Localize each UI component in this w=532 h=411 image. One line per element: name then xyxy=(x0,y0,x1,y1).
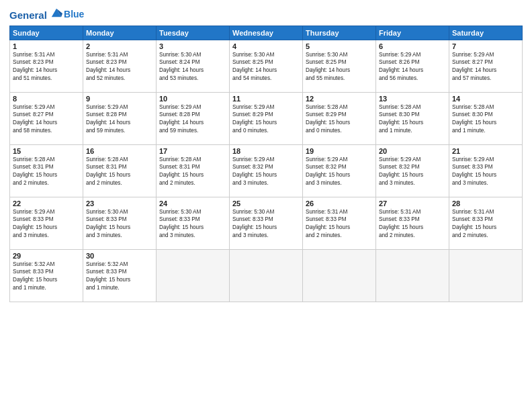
day-number: 26 xyxy=(306,199,373,208)
day-info: Sunrise: 5:31 AM Sunset: 8:33 PM Dayligh… xyxy=(379,208,446,240)
day-info: Sunrise: 5:30 AM Sunset: 8:33 PM Dayligh… xyxy=(159,208,226,240)
calendar-cell xyxy=(230,249,303,302)
logo-icon xyxy=(50,7,62,19)
day-number: 1 xyxy=(13,42,80,50)
day-info: Sunrise: 5:30 AM Sunset: 8:25 PM Dayligh… xyxy=(232,51,300,83)
day-number: 11 xyxy=(232,95,300,103)
calendar-header-cell: Tuesday xyxy=(157,26,230,40)
day-info: Sunrise: 5:29 AM Sunset: 8:27 PM Dayligh… xyxy=(452,51,519,83)
day-info: Sunrise: 5:30 AM Sunset: 8:25 PM Dayligh… xyxy=(306,51,373,83)
day-info: Sunrise: 5:31 AM Sunset: 8:23 PM Dayligh… xyxy=(86,51,153,83)
calendar-cell: 16Sunrise: 5:28 AM Sunset: 8:31 PM Dayli… xyxy=(83,144,157,197)
calendar-cell: 26Sunrise: 5:31 AM Sunset: 8:33 PM Dayli… xyxy=(303,197,376,249)
day-info: Sunrise: 5:30 AM Sunset: 8:33 PM Dayligh… xyxy=(232,208,300,240)
day-info: Sunrise: 5:28 AM Sunset: 8:29 PM Dayligh… xyxy=(306,103,373,136)
calendar-cell: 5Sunrise: 5:30 AM Sunset: 8:25 PM Daylig… xyxy=(303,40,376,92)
calendar-cell xyxy=(157,249,230,302)
day-info: Sunrise: 5:28 AM Sunset: 8:30 PM Dayligh… xyxy=(379,103,446,136)
calendar-header-cell: Thursday xyxy=(303,26,376,40)
calendar-cell: 17Sunrise: 5:28 AM Sunset: 8:31 PM Dayli… xyxy=(157,144,230,197)
day-number: 4 xyxy=(232,42,300,50)
logo-blue: Blue xyxy=(64,9,84,19)
day-number: 28 xyxy=(452,199,519,208)
calendar-week-row: 1Sunrise: 5:31 AM Sunset: 8:23 PM Daylig… xyxy=(10,40,523,92)
calendar-cell: 12Sunrise: 5:28 AM Sunset: 8:29 PM Dayli… xyxy=(303,92,376,144)
calendar-week-row: 22Sunrise: 5:29 AM Sunset: 8:33 PM Dayli… xyxy=(10,197,523,249)
day-info: Sunrise: 5:28 AM Sunset: 8:31 PM Dayligh… xyxy=(159,156,226,188)
day-info: Sunrise: 5:29 AM Sunset: 8:33 PM Dayligh… xyxy=(452,156,519,188)
day-number: 6 xyxy=(379,42,446,50)
calendar-cell: 19Sunrise: 5:29 AM Sunset: 8:32 PM Dayli… xyxy=(303,144,376,197)
calendar-week-row: 8Sunrise: 5:29 AM Sunset: 8:27 PM Daylig… xyxy=(10,92,523,144)
calendar-cell: 3Sunrise: 5:30 AM Sunset: 8:24 PM Daylig… xyxy=(157,40,230,92)
calendar-header-cell: Monday xyxy=(83,26,157,40)
day-number: 15 xyxy=(13,147,80,155)
calendar-cell xyxy=(303,249,376,302)
calendar-cell xyxy=(376,249,449,302)
day-info: Sunrise: 5:29 AM Sunset: 8:32 PM Dayligh… xyxy=(379,156,446,188)
calendar-week-row: 15Sunrise: 5:28 AM Sunset: 8:31 PM Dayli… xyxy=(10,144,523,197)
calendar-cell: 25Sunrise: 5:30 AM Sunset: 8:33 PM Dayli… xyxy=(230,197,303,249)
day-info: Sunrise: 5:31 AM Sunset: 8:33 PM Dayligh… xyxy=(306,208,373,240)
day-info: Sunrise: 5:31 AM Sunset: 8:23 PM Dayligh… xyxy=(13,51,80,83)
calendar-cell: 21Sunrise: 5:29 AM Sunset: 8:33 PM Dayli… xyxy=(449,144,523,197)
calendar-cell: 2Sunrise: 5:31 AM Sunset: 8:23 PM Daylig… xyxy=(83,40,157,92)
day-number: 24 xyxy=(159,199,226,208)
calendar-cell: 20Sunrise: 5:29 AM Sunset: 8:32 PM Dayli… xyxy=(376,144,449,197)
day-info: Sunrise: 5:32 AM Sunset: 8:33 PM Dayligh… xyxy=(86,261,153,293)
day-number: 2 xyxy=(86,42,153,50)
day-number: 13 xyxy=(379,95,446,103)
calendar-cell: 22Sunrise: 5:29 AM Sunset: 8:33 PM Dayli… xyxy=(10,197,83,249)
calendar-cell: 4Sunrise: 5:30 AM Sunset: 8:25 PM Daylig… xyxy=(230,40,303,92)
day-info: Sunrise: 5:32 AM Sunset: 8:33 PM Dayligh… xyxy=(13,261,80,293)
calendar-cell: 30Sunrise: 5:32 AM Sunset: 8:33 PM Dayli… xyxy=(83,249,157,302)
calendar-header-cell: Friday xyxy=(376,26,449,40)
calendar-header-cell: Wednesday xyxy=(230,26,303,40)
calendar-body: 1Sunrise: 5:31 AM Sunset: 8:23 PM Daylig… xyxy=(10,40,523,302)
calendar-cell: 24Sunrise: 5:30 AM Sunset: 8:33 PM Dayli… xyxy=(157,197,230,249)
calendar-cell: 6Sunrise: 5:29 AM Sunset: 8:26 PM Daylig… xyxy=(376,40,449,92)
calendar-cell: 15Sunrise: 5:28 AM Sunset: 8:31 PM Dayli… xyxy=(10,144,83,197)
calendar-cell: 29Sunrise: 5:32 AM Sunset: 8:33 PM Dayli… xyxy=(10,249,83,302)
day-info: Sunrise: 5:29 AM Sunset: 8:28 PM Dayligh… xyxy=(159,103,226,136)
logo: General Blue xyxy=(9,7,84,21)
day-number: 18 xyxy=(232,147,300,155)
day-info: Sunrise: 5:28 AM Sunset: 8:31 PM Dayligh… xyxy=(13,156,80,188)
day-info: Sunrise: 5:29 AM Sunset: 8:32 PM Dayligh… xyxy=(232,156,300,188)
day-number: 10 xyxy=(159,95,226,103)
page: General Blue SundayMondayTuesdayWednesda… xyxy=(0,0,532,411)
day-number: 21 xyxy=(452,147,519,155)
calendar-header-row: SundayMondayTuesdayWednesdayThursdayFrid… xyxy=(10,26,523,40)
day-info: Sunrise: 5:29 AM Sunset: 8:33 PM Dayligh… xyxy=(13,208,80,240)
header: General Blue xyxy=(9,7,523,21)
day-number: 12 xyxy=(306,95,373,103)
day-info: Sunrise: 5:29 AM Sunset: 8:29 PM Dayligh… xyxy=(232,103,300,136)
day-number: 17 xyxy=(159,147,226,155)
calendar-cell: 8Sunrise: 5:29 AM Sunset: 8:27 PM Daylig… xyxy=(10,92,83,144)
day-number: 20 xyxy=(379,147,446,155)
day-info: Sunrise: 5:28 AM Sunset: 8:30 PM Dayligh… xyxy=(452,103,519,136)
day-info: Sunrise: 5:29 AM Sunset: 8:27 PM Dayligh… xyxy=(13,103,80,136)
calendar-cell: 18Sunrise: 5:29 AM Sunset: 8:32 PM Dayli… xyxy=(230,144,303,197)
calendar-cell: 23Sunrise: 5:30 AM Sunset: 8:33 PM Dayli… xyxy=(83,197,157,249)
day-info: Sunrise: 5:29 AM Sunset: 8:28 PM Dayligh… xyxy=(86,103,153,136)
calendar-week-row: 29Sunrise: 5:32 AM Sunset: 8:33 PM Dayli… xyxy=(10,249,523,302)
day-number: 8 xyxy=(13,95,80,103)
day-number: 25 xyxy=(232,199,300,208)
calendar-cell xyxy=(449,249,523,302)
day-info: Sunrise: 5:28 AM Sunset: 8:31 PM Dayligh… xyxy=(86,156,153,188)
calendar-header-cell: Sunday xyxy=(10,26,83,40)
day-number: 29 xyxy=(13,252,80,260)
calendar-header-cell: Saturday xyxy=(449,26,523,40)
day-number: 14 xyxy=(452,95,519,103)
day-info: Sunrise: 5:30 AM Sunset: 8:24 PM Dayligh… xyxy=(159,51,226,83)
day-number: 16 xyxy=(86,147,153,155)
calendar-cell: 27Sunrise: 5:31 AM Sunset: 8:33 PM Dayli… xyxy=(376,197,449,249)
calendar-cell: 7Sunrise: 5:29 AM Sunset: 8:27 PM Daylig… xyxy=(449,40,523,92)
day-number: 19 xyxy=(306,147,373,155)
day-number: 30 xyxy=(86,252,153,260)
calendar-cell: 11Sunrise: 5:29 AM Sunset: 8:29 PM Dayli… xyxy=(230,92,303,144)
day-info: Sunrise: 5:29 AM Sunset: 8:32 PM Dayligh… xyxy=(306,156,373,188)
calendar-cell: 10Sunrise: 5:29 AM Sunset: 8:28 PM Dayli… xyxy=(157,92,230,144)
day-number: 22 xyxy=(13,199,80,208)
